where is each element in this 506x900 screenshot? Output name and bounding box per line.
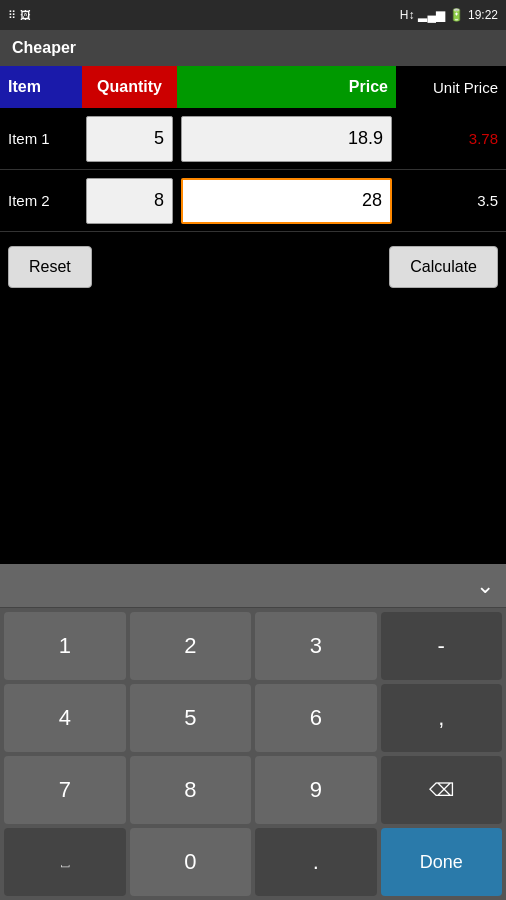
key-comma[interactable]: , (381, 684, 503, 752)
header-unit-price: Unit Price (396, 66, 506, 108)
status-right: H↕ ▂▄▆ 🔋 19:22 (400, 8, 498, 22)
item-1-price-input[interactable] (181, 116, 392, 162)
status-icons: ⠿ 🖼 (8, 9, 31, 22)
key-3[interactable]: 3 (255, 612, 377, 680)
key-2[interactable]: 2 (130, 612, 252, 680)
key-5[interactable]: 5 (130, 684, 252, 752)
app-title: Cheaper (12, 39, 76, 57)
item-2-unit-price: 3.5 (396, 192, 506, 209)
key-space[interactable]: ⎵ (4, 828, 126, 896)
item-1-unit-price: 3.78 (396, 130, 506, 147)
key-1[interactable]: 1 (4, 612, 126, 680)
item-1-quantity-input[interactable] (86, 116, 173, 162)
signal-bars: ▂▄▆ (418, 8, 445, 22)
table-header: Item Quantity Price Unit Price (0, 66, 506, 108)
app-content: Item Quantity Price Unit Price Item 1 3.… (0, 66, 506, 298)
network-type: H↕ (400, 8, 415, 22)
header-price: Price (177, 66, 396, 108)
item-2-price-input[interactable] (181, 178, 392, 224)
key-9[interactable]: 9 (255, 756, 377, 824)
item-1-label: Item 1 (0, 130, 82, 147)
title-bar: Cheaper (0, 30, 506, 66)
table-row: Item 1 3.78 (0, 108, 506, 170)
item-2-quantity-cell (82, 178, 177, 224)
item-1-price-cell (177, 116, 396, 162)
key-done[interactable]: Done (381, 828, 503, 896)
clock: 19:22 (468, 8, 498, 22)
header-item: Item (0, 66, 82, 108)
key-7[interactable]: 7 (4, 756, 126, 824)
calculate-button[interactable]: Calculate (389, 246, 498, 288)
key-4[interactable]: 4 (4, 684, 126, 752)
battery-icon: 🔋 (449, 8, 464, 22)
table-row: Item 2 3.5 (0, 170, 506, 232)
key-dot[interactable]: . (255, 828, 377, 896)
keyboard-grid: 1 2 3 - 4 5 6 , 7 8 9 ⌫ ⎵ 0 . Done (0, 608, 506, 900)
reset-button[interactable]: Reset (8, 246, 92, 288)
key-minus[interactable]: - (381, 612, 503, 680)
key-8[interactable]: 8 (130, 756, 252, 824)
key-backspace[interactable]: ⌫ (381, 756, 503, 824)
grid-icon: ⠿ (8, 9, 16, 22)
keyboard-hide-icon[interactable]: ⌄ (476, 573, 494, 599)
action-buttons: Reset Calculate (0, 236, 506, 298)
image-icon: 🖼 (20, 9, 31, 21)
keyboard-toolbar: ⌄ (0, 564, 506, 608)
status-bar: ⠿ 🖼 H↕ ▂▄▆ 🔋 19:22 (0, 0, 506, 30)
item-1-quantity-cell (82, 116, 177, 162)
key-6[interactable]: 6 (255, 684, 377, 752)
item-2-label: Item 2 (0, 192, 82, 209)
item-2-price-cell (177, 178, 396, 224)
item-2-quantity-input[interactable] (86, 178, 173, 224)
key-0[interactable]: 0 (130, 828, 252, 896)
keyboard-area: ⌄ 1 2 3 - 4 5 6 , 7 8 9 ⌫ ⎵ 0 . Done (0, 564, 506, 900)
header-quantity: Quantity (82, 66, 177, 108)
